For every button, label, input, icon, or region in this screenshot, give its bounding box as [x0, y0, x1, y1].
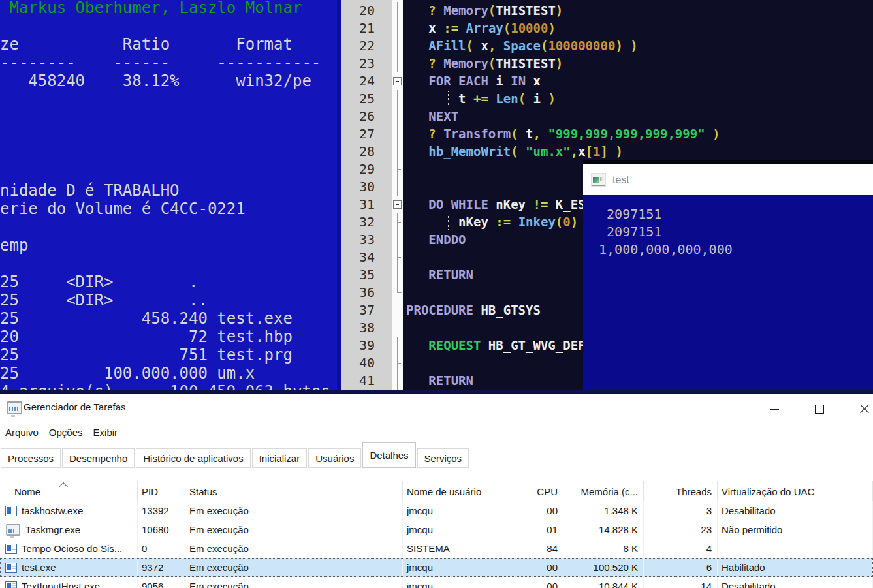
tab-histricodeaplicativos[interactable]: Histórico de aplicativos	[136, 448, 250, 468]
process-name: taskhostw.exe	[22, 505, 83, 516]
cell-memriac: 100.520 K	[563, 558, 644, 577]
line-number: 21	[341, 20, 392, 37]
table-row[interactable]: TextInputHost.exe9056Em execuçãojmcqu001…	[0, 577, 873, 588]
column-header-label: CPU	[537, 486, 558, 497]
editor-row: 24 FOR EACH i IN x	[341, 72, 873, 90]
line-number: 35	[341, 266, 392, 284]
fold-guide	[392, 249, 403, 266]
sort-ascending-icon	[59, 482, 68, 491]
code-line[interactable]: hb_MemoWrit( "um.x",x[1] )	[403, 143, 873, 161]
cell-threads: 23	[644, 520, 718, 539]
task-manager-window: Gerenciador de Tarefas ArquivoOpçõesExib…	[0, 394, 873, 588]
table-row[interactable]: test.exe9372Em execuçãojmcqu00100.520 K6…	[0, 558, 873, 577]
line-number: 26	[341, 108, 392, 125]
taskmgr-titlebar[interactable]: Gerenciador de Tarefas	[0, 394, 873, 423]
line-number: 28	[341, 143, 392, 161]
process-name: TextInputHost.exe	[22, 581, 100, 588]
table-row[interactable]: Tempo Ocioso do Sis...0Em execuçãoSISTEM…	[0, 539, 873, 558]
code-line[interactable]: t += Len( i )	[403, 90, 873, 108]
cell-virtualizaodouac	[718, 539, 873, 558]
tab-servios[interactable]: Serviços	[417, 448, 469, 468]
cell-nomedeusurio: jmcqu	[403, 520, 526, 539]
column-header-label: Threads	[676, 486, 712, 497]
line-number: 39	[341, 337, 392, 354]
line-number: 37	[341, 302, 392, 319]
console-line: 25 <DIR> ..	[0, 291, 341, 309]
menu-bar: ArquivoOpçõesExibir	[0, 423, 873, 441]
console-window[interactable]: Markus Oberhumer, Laszlo Molnarze Ratio …	[0, 0, 341, 394]
menu-item-arquivo[interactable]: Arquivo	[5, 427, 39, 438]
tab-desempenho[interactable]: Desempenho	[62, 448, 135, 468]
code-line[interactable]: FOR EACH i IN x	[403, 72, 873, 90]
line-number: 31	[341, 196, 392, 213]
code-line[interactable]: ? Transform( t, "999,999,999,999,999" )	[403, 125, 873, 143]
column-header-label: Nome	[14, 486, 40, 497]
fold-guide	[392, 319, 403, 337]
column-header-nome[interactable]: Nome	[0, 481, 138, 501]
app-window-icon	[5, 544, 17, 554]
editor-row: 28 hb_MemoWrit( "um.x",x[1] )	[341, 143, 873, 161]
tab-usurios[interactable]: Usuários	[308, 448, 361, 468]
cell-nomedeusurio: jmcqu	[403, 558, 526, 577]
test-console-window[interactable]: test 2097151 2097151 1,000,000,000,000	[583, 160, 873, 399]
table-row[interactable]: Taskmgr.exe10680Em execuçãojmcqu0114.828…	[0, 520, 873, 539]
column-header-label: Memória (c...	[580, 486, 638, 497]
code-line[interactable]: AFill( x, Space(100000000) )	[403, 37, 873, 55]
fold-guide	[392, 354, 403, 372]
line-number: 33	[341, 231, 392, 249]
app-window-icon	[5, 563, 17, 573]
test-window-title: test	[612, 174, 629, 186]
cell-status: Em execução	[185, 577, 403, 588]
close-icon	[859, 404, 870, 414]
line-number: 34	[341, 249, 392, 266]
window-title: Gerenciador de Tarefas	[24, 401, 125, 412]
fold-collapse-icon[interactable]	[392, 196, 403, 213]
maximize-button[interactable]	[804, 399, 834, 419]
tab-processos[interactable]: Processos	[1, 448, 61, 468]
console-line: 25 751 test.prg	[0, 346, 341, 364]
indent-guide	[448, 91, 449, 106]
process-name: test.exe	[22, 562, 56, 573]
line-number: 24	[341, 72, 392, 90]
column-header-status[interactable]: Status	[185, 481, 403, 501]
menu-item-opes[interactable]: Opções	[49, 427, 83, 438]
menu-item-exibir[interactable]: Exibir	[93, 427, 118, 438]
minimize-button[interactable]	[759, 399, 789, 419]
cell-threads: 3	[644, 501, 718, 520]
tab-inicializar[interactable]: Inicializar	[252, 448, 308, 468]
line-number: 41	[341, 372, 392, 390]
close-button[interactable]	[849, 399, 873, 419]
column-header-cpu[interactable]: CPU	[526, 481, 563, 501]
code-line[interactable]: x := Array(10000)	[403, 20, 873, 37]
code-line[interactable]: ? Memory(THISTEST)	[403, 55, 873, 72]
console-line: erie do Volume é C4CC-0221	[0, 200, 341, 218]
editor-row: 21 x := Array(10000)	[341, 20, 873, 37]
editor-row: 20 ? Memory(THISTEST)	[341, 2, 873, 20]
code-line[interactable]: NEXT	[403, 108, 873, 125]
cell-memriac: 8 K	[563, 539, 644, 558]
test-output-line: 1,000,000,000,000	[591, 241, 873, 258]
fold-guide	[392, 372, 403, 390]
line-number: 40	[341, 354, 392, 372]
test-output-line: 2097151	[591, 223, 873, 241]
cell-cpu: 01	[526, 520, 563, 539]
cell-threads: 14	[644, 577, 718, 588]
column-header-pid[interactable]: PID	[138, 481, 185, 501]
line-number: 32	[341, 213, 392, 231]
table-header: NomePIDStatusNome de usuárioCPUMemória (…	[0, 481, 873, 501]
line-number: 25	[341, 90, 392, 108]
line-number: 27	[341, 125, 392, 143]
process-name-cell: test.exe	[0, 558, 138, 577]
fold-collapse-icon[interactable]	[392, 72, 403, 90]
column-header-memriac[interactable]: Memória (c...	[563, 481, 644, 501]
test-window-titlebar[interactable]: test	[583, 164, 873, 195]
console-line: 25 458.240 test.exe	[0, 309, 341, 328]
column-header-nomedeusurio[interactable]: Nome de usuário	[403, 481, 526, 501]
column-header-threads[interactable]: Threads	[644, 481, 718, 501]
taskmgr-icon	[7, 401, 22, 414]
table-row[interactable]: taskhostw.exe13392Em execuçãojmcqu001.34…	[0, 501, 873, 520]
cell-nomedeusurio: jmcqu	[403, 501, 526, 520]
code-line[interactable]: ? Memory(THISTEST)	[403, 2, 873, 20]
column-header-virtualizaodouac[interactable]: Virtualização do UAC	[718, 481, 873, 501]
tab-detalhes[interactable]: Detalhes	[362, 442, 415, 468]
